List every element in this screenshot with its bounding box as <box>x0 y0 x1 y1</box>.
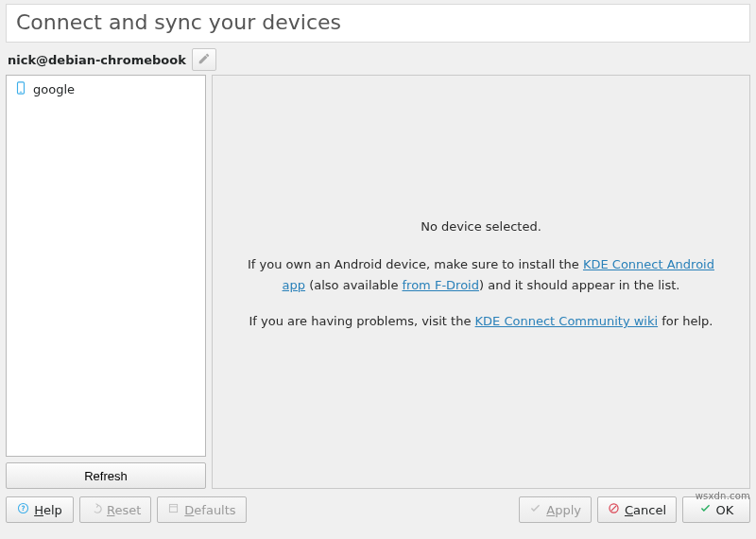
sidebar: google Refresh <box>6 75 206 489</box>
undo-icon <box>90 502 102 517</box>
defaults-icon <box>167 502 180 517</box>
cancel-button[interactable]: Cancel <box>597 496 677 523</box>
svg-line-6 <box>611 506 617 512</box>
host-row: nick@debian-chromebook <box>8 48 750 71</box>
cancel-icon <box>608 502 620 517</box>
ok-check-icon <box>699 502 712 517</box>
dialog-button-bar: ? Help Reset Defaults Apply Cancel OK <box>0 489 756 530</box>
smartphone-icon <box>14 81 27 97</box>
host-label: nick@debian-chromebook <box>8 53 186 67</box>
svg-rect-4 <box>170 504 178 512</box>
help-hint: If you are having problems, visit the KD… <box>249 311 713 332</box>
no-device-heading: No device selected. <box>421 217 541 237</box>
device-list[interactable]: google <box>6 75 206 457</box>
page-title: Connect and sync your devices <box>16 10 740 34</box>
page-header: Connect and sync your devices <box>6 4 750 43</box>
check-icon <box>529 502 541 517</box>
svg-rect-1 <box>20 92 22 93</box>
link-community-wiki[interactable]: KDE Connect Community wiki <box>475 314 659 328</box>
ok-label: OK <box>716 503 734 517</box>
defaults-button: Defaults <box>157 496 246 523</box>
install-hint: If you own an Android device, make sure … <box>241 254 721 296</box>
watermark: wsxdn.com <box>696 491 750 501</box>
reset-button: Reset <box>79 496 151 523</box>
help-button[interactable]: ? Help <box>6 496 74 523</box>
edit-hostname-button[interactable] <box>192 48 216 71</box>
refresh-button[interactable]: Refresh <box>6 462 206 489</box>
main-area: google Refresh No device selected. If yo… <box>6 75 750 489</box>
help-icon: ? <box>17 502 29 517</box>
device-item[interactable]: google <box>7 76 205 103</box>
link-fdroid[interactable]: from F-Droid <box>403 278 479 292</box>
pencil-icon <box>198 52 211 68</box>
content-pane: No device selected. If you own an Androi… <box>212 75 750 489</box>
svg-text:?: ? <box>22 504 26 513</box>
device-name: google <box>33 82 75 96</box>
apply-button: Apply <box>519 496 592 523</box>
